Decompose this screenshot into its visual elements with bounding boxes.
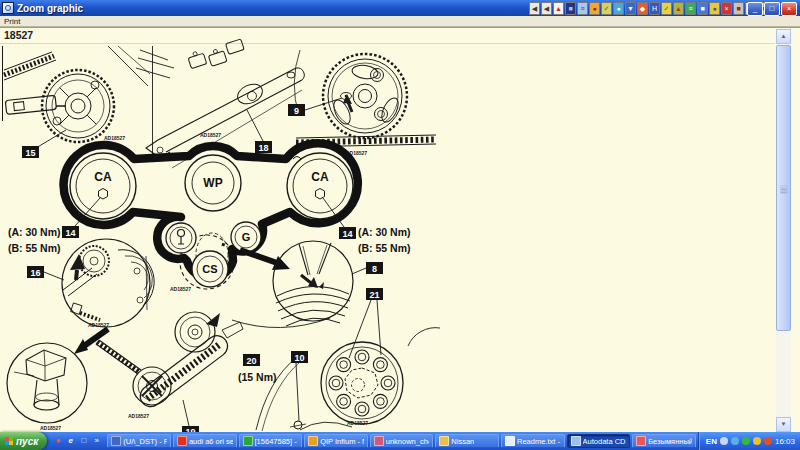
- quick-launch-icon[interactable]: »: [91, 435, 102, 447]
- toolbar-icon[interactable]: ≡: [685, 2, 696, 15]
- windows-flag-icon: [5, 437, 13, 445]
- toolbar-icon[interactable]: ✓: [601, 2, 612, 15]
- tray-icon[interactable]: [753, 437, 761, 445]
- close-button[interactable]: ×: [781, 2, 797, 16]
- toolbar-icon[interactable]: ◀: [529, 2, 540, 15]
- quick-launch-icon[interactable]: e: [65, 435, 76, 447]
- menu-bar: Print: [0, 16, 800, 27]
- pulley-label-crankshaft: CS: [202, 263, 217, 275]
- minimize-button[interactable]: _: [747, 2, 763, 16]
- figure-number: 18527: [4, 29, 33, 41]
- start-button[interactable]: пуск: [0, 432, 47, 450]
- svg-text:10: 10: [294, 353, 304, 363]
- task-button[interactable]: QIP Infium - New fea...: [304, 434, 368, 448]
- toolbar-icon[interactable]: ▲: [553, 2, 564, 15]
- task-label: (U/\_DST) - Par: [123, 437, 167, 446]
- taskbar-clock: 16:03: [775, 437, 795, 446]
- svg-text:18: 18: [258, 143, 268, 153]
- tray-icons: [720, 437, 772, 445]
- graphic-viewport: 18527 AD18527 15: [0, 27, 800, 432]
- belt-routing: CA WP CA G CS: [64, 143, 358, 292]
- task-icon: [177, 436, 187, 446]
- scrollbar-thumb[interactable]: [776, 45, 791, 331]
- task-icon: [636, 436, 646, 446]
- task-label: unknown_ch4.bin - O...: [386, 437, 430, 446]
- svg-text:14: 14: [65, 228, 75, 238]
- toolbar-icon[interactable]: ●: [613, 2, 624, 15]
- language-indicator[interactable]: EN: [706, 437, 717, 446]
- task-button[interactable]: audi a6 ori service rep...: [173, 434, 237, 448]
- task-label: audi a6 ori service rep...: [189, 437, 233, 446]
- toolbar-icon[interactable]: ■: [697, 2, 708, 15]
- restore-button[interactable]: □: [764, 2, 780, 16]
- torque-a-right: (A: 30 Nm): [358, 226, 411, 238]
- app-toolbar: ◀◀▲■≡●✓●▼◆H✓▲≡■●×■●■□: [529, 2, 780, 15]
- toolbar-icon[interactable]: ▲: [673, 2, 684, 15]
- pulley-label-cam-right: CA: [311, 170, 329, 184]
- task-button[interactable]: (U/\_DST) - Par: [107, 434, 171, 448]
- toolbar-icon[interactable]: ●: [709, 2, 720, 15]
- window-titlebar[interactable]: Zoom graphic ◀◀▲■≡●✓●▼◆H✓▲≡■●×■●■□ _ □ ×: [0, 0, 800, 16]
- toolbar-icon[interactable]: ≡: [577, 2, 588, 15]
- tray-icon[interactable]: [731, 437, 739, 445]
- task-button[interactable]: Autodata CD3 - [Mod...: [567, 434, 631, 448]
- svg-text:15: 15: [25, 148, 35, 158]
- task-label: [15647585] - Messag...: [255, 437, 299, 446]
- toolbar-icon[interactable]: ▼: [625, 2, 636, 15]
- callout-20: 20 (15 Nm): [238, 354, 277, 383]
- torque-tensioner: (15 Nm): [238, 371, 277, 383]
- task-icon: [439, 436, 449, 446]
- vertical-scrollbar[interactable]: ▲ ▼: [776, 29, 791, 432]
- toolbar-icon[interactable]: ×: [721, 2, 732, 15]
- callout-16: 16: [27, 266, 44, 278]
- pulley-label-cam-left: CA: [94, 170, 112, 184]
- detail-cam-sprocket-tool: AD18527: [3, 46, 153, 156]
- pulley-water-pump: WP: [185, 155, 241, 211]
- task-button[interactable]: unknown_ch4.bin - O...: [370, 434, 434, 448]
- tray-icon[interactable]: [720, 437, 728, 445]
- task-icon: [571, 436, 581, 446]
- task-label: Autodata CD3 - [Mod...: [583, 437, 627, 446]
- toolbar-icon[interactable]: ◆: [637, 2, 648, 15]
- detail-plug-tool-circle: AD18527: [7, 343, 87, 431]
- figure-caption: AD18527: [104, 135, 125, 141]
- figure-caption: AD18527: [347, 420, 368, 426]
- toolbar-icon[interactable]: ■: [733, 2, 744, 15]
- callout-10: 10: [291, 351, 308, 363]
- task-button[interactable]: [15647585] - Messag...: [239, 434, 303, 448]
- svg-text:14: 14: [342, 229, 352, 239]
- task-icon: [374, 436, 384, 446]
- window-title: Zoom graphic: [17, 3, 83, 14]
- quick-launch-icon[interactable]: ●: [52, 435, 63, 447]
- pulley-cam-left: CA: [70, 153, 136, 219]
- taskbar: пуск ●e□» (U/\_DST) - Par audi a6 ori se…: [0, 432, 800, 450]
- toolbar-icon[interactable]: ●: [589, 2, 600, 15]
- scroll-down-button[interactable]: ▼: [776, 417, 791, 432]
- tray-icon[interactable]: [742, 437, 750, 445]
- pulley-label-water-pump: WP: [203, 176, 222, 190]
- callout-21: 21: [366, 288, 383, 300]
- figure-caption: AD18527: [170, 286, 191, 292]
- task-label: Readme.txt - Browser: [517, 437, 561, 446]
- task-icon: [505, 436, 515, 446]
- scroll-up-button[interactable]: ▲: [776, 29, 791, 44]
- toolbar-icon[interactable]: ◀: [541, 2, 552, 15]
- callout-9: 9: [288, 104, 305, 116]
- callout-14-left: 14: [62, 226, 79, 238]
- toolbar-icon[interactable]: ✓: [661, 2, 672, 15]
- tray-icon[interactable]: [764, 437, 772, 445]
- task-label: Безымянный (100%)...: [648, 437, 692, 446]
- torque-a-left: (A: 30 Nm): [8, 226, 61, 238]
- pulley-cam-right: CA: [287, 153, 353, 219]
- task-button[interactable]: Безымянный (100%)...: [632, 434, 696, 448]
- task-button[interactable]: Readme.txt - Browser: [501, 434, 565, 448]
- quick-launch-icon[interactable]: □: [78, 435, 89, 447]
- menu-print[interactable]: Print: [4, 17, 20, 26]
- callout-14-right: 14: [339, 227, 356, 239]
- toolbar-icon[interactable]: ■: [565, 2, 576, 15]
- window-icon: [2, 2, 14, 14]
- task-button[interactable]: Nissan: [435, 434, 499, 448]
- toolbar-icon[interactable]: H: [649, 2, 660, 15]
- callout-18: 18: [255, 141, 272, 153]
- pulley-tensioner: [166, 223, 196, 253]
